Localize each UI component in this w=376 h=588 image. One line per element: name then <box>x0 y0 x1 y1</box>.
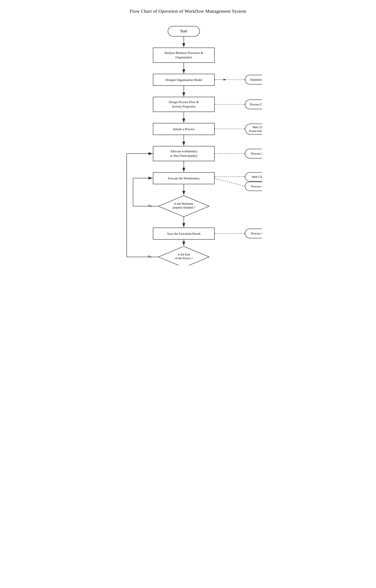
svg-text:to Next Participant(s): to Next Participant(s) <box>170 154 197 158</box>
is-end-label: Is the End <box>178 253 190 256</box>
svg-rect-30 <box>153 146 214 161</box>
svg-rect-16 <box>153 97 214 112</box>
process-designer-label: Process Designer <box>250 103 262 106</box>
process-engine-1-label: Process Engine <box>251 152 262 155</box>
start-label: Start <box>180 29 187 33</box>
svg-rect-27 <box>245 124 262 134</box>
save-label: Save the Execution Result <box>167 232 201 235</box>
initiate-label: Initiate a Process <box>173 127 195 131</box>
svg-marker-26 <box>244 128 245 130</box>
svg-marker-35 <box>244 153 245 155</box>
analyze-label: Analyze Business Processes & <box>164 51 203 54</box>
svg-marker-13 <box>244 79 245 81</box>
design-process-label: Design Process Flow & <box>169 100 199 104</box>
is-finished-label: Is the Workitem <box>174 202 193 205</box>
process-engine-3-label: Process Engine <box>251 232 262 235</box>
svg-rect-5 <box>153 48 214 63</box>
svg-marker-20 <box>244 104 245 105</box>
no-1-label: No <box>148 204 152 208</box>
allocate-label: Allocate workitem(s) <box>170 150 197 153</box>
execute-label: Execute the Workitem(s) <box>168 177 199 180</box>
page-title: Flow Chart of Operation of Workflow Mana… <box>114 9 262 14</box>
svg-marker-41 <box>244 176 245 178</box>
svg-line-43 <box>214 178 245 186</box>
web-client-label: Web Client <box>252 175 262 178</box>
flowchart: Start Analyze Business Processes & Organ… <box>114 22 262 265</box>
svg-marker-57 <box>244 233 245 234</box>
web-client-event-label: Web Client or <box>253 126 262 129</box>
process-engine-2-label: Process Engine <box>251 185 262 188</box>
svg-text:Organization: Organization <box>175 56 192 59</box>
svg-text:Activity Properties: Activity Properties <box>172 105 196 108</box>
design-org-label: Designe Organization Model <box>165 78 202 82</box>
svg-text:of the Proces ?: of the Proces ? <box>175 257 193 260</box>
no-2-label: No <box>148 255 151 258</box>
svg-marker-45 <box>244 186 245 187</box>
administrator-label: Administrator <box>250 78 262 81</box>
svg-text:properly finished ?: properly finished ? <box>173 206 195 209</box>
svg-text:Event from Outside: Event from Outside <box>249 129 262 133</box>
page: Flow Chart of Operation of Workflow Mana… <box>114 9 262 265</box>
